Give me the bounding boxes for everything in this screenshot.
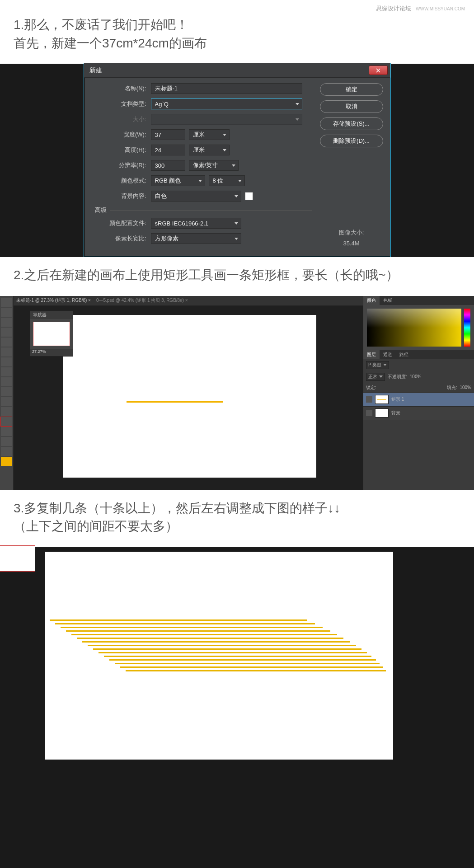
doctype-value: Ag`Q bbox=[155, 101, 169, 108]
document-tab[interactable]: 0—5.psd @ 42.4% (矩形 1 拷贝 3, RGB/8#) × bbox=[96, 297, 188, 304]
chevron-down-icon bbox=[235, 222, 238, 225]
step3-line1: 3.多复制几条（十条以上），然后左右调整成下图的样子↓↓ bbox=[14, 499, 460, 518]
resolution-input[interactable]: 300 bbox=[151, 160, 185, 171]
width-unit-select[interactable]: 厘米 bbox=[189, 129, 230, 140]
layer-filter-label: P 类型 bbox=[368, 362, 381, 368]
step1-line2: 首先，新建一个37cm*24cm的画布 bbox=[14, 34, 460, 53]
height-value: 24 bbox=[155, 147, 161, 154]
chevron-down-icon bbox=[379, 375, 383, 378]
resolution-unit-select[interactable]: 像素/英寸 bbox=[189, 160, 239, 171]
bgcontent-label: 背景内容: bbox=[91, 192, 151, 200]
resolution-unit: 像素/英寸 bbox=[193, 161, 218, 169]
rectangle-shape bbox=[127, 401, 223, 403]
tool-icon[interactable] bbox=[1, 318, 12, 327]
tool-icon[interactable] bbox=[1, 377, 12, 386]
delete-preset-button[interactable]: 删除预设(D)... bbox=[320, 135, 383, 147]
layer-row[interactable]: 矩形 1 bbox=[363, 393, 474, 406]
colormode-select[interactable]: RGB 颜色 bbox=[151, 175, 205, 186]
pixelratio-label: 像素长宽比: bbox=[91, 235, 151, 243]
resolution-value: 300 bbox=[155, 162, 165, 169]
tool-icon[interactable] bbox=[1, 427, 12, 436]
rectangle-tool-icon[interactable] bbox=[1, 417, 12, 426]
step3-line2: （上下之间的间距不要太多） bbox=[14, 517, 460, 536]
chevron-down-icon bbox=[296, 103, 299, 105]
fill-value: 100% bbox=[460, 385, 471, 390]
document-tab[interactable]: 未标题-1 @ 27.3% (矩形 1, RGB/8) × bbox=[16, 297, 91, 304]
foreground-color-swatch[interactable] bbox=[1, 457, 12, 466]
canvas[interactable] bbox=[63, 315, 316, 478]
tab-layers[interactable]: 图层 bbox=[363, 350, 380, 359]
color-field[interactable] bbox=[367, 309, 461, 347]
chevron-down-icon bbox=[232, 164, 235, 167]
image-size-label: 图像大小: bbox=[320, 227, 383, 238]
size-label: 大小: bbox=[91, 115, 151, 123]
opacity-label: 不透明度: bbox=[388, 374, 407, 380]
tool-icon[interactable] bbox=[1, 357, 12, 366]
size-select bbox=[151, 114, 302, 125]
bgcontent-select[interactable]: 白色 bbox=[151, 191, 241, 202]
layer-row[interactable]: 背景 bbox=[363, 406, 474, 420]
step3-text: 3.多复制几条（十条以上），然后左右调整成下图的样子↓↓ （上下之间的间距不要太… bbox=[0, 490, 474, 547]
layer-thumbnail bbox=[375, 408, 389, 418]
tool-icon[interactable] bbox=[1, 387, 12, 396]
color-panel-tabs: 颜色 色板 bbox=[363, 296, 474, 305]
save-preset-button[interactable]: 存储预设(S)... bbox=[320, 117, 383, 130]
close-button[interactable] bbox=[369, 66, 388, 75]
tab-swatches[interactable]: 色板 bbox=[380, 296, 396, 305]
watermark: 思缘设计论坛 WWW.MISSYUAN.COM bbox=[376, 5, 465, 13]
cancel-button[interactable]: 取消 bbox=[320, 100, 383, 113]
tool-icon[interactable] bbox=[1, 298, 12, 307]
tool-icon[interactable] bbox=[1, 407, 12, 416]
bitdepth-select[interactable]: 8 位 bbox=[209, 175, 245, 186]
visibility-icon[interactable] bbox=[366, 410, 372, 416]
divider bbox=[110, 210, 312, 211]
hue-slider[interactable] bbox=[464, 309, 470, 347]
navigator-panel[interactable]: 导航器 27.27% bbox=[30, 310, 73, 357]
ok-button[interactable]: 确定 bbox=[320, 83, 383, 96]
colormode-value: RGB 颜色 bbox=[155, 177, 181, 185]
ok-label: 确定 bbox=[346, 85, 357, 94]
name-input[interactable]: 未标题-1 bbox=[151, 83, 302, 94]
tool-icon[interactable] bbox=[1, 328, 12, 337]
height-input[interactable]: 24 bbox=[151, 145, 185, 155]
dialog-titlebar: 新建 bbox=[84, 63, 390, 78]
tab-paths[interactable]: 路径 bbox=[396, 350, 412, 359]
bitdepth-value: 8 位 bbox=[213, 177, 224, 185]
color-picker-panel[interactable] bbox=[363, 305, 474, 350]
bgcontent-value: 白色 bbox=[155, 192, 167, 200]
layer-filter-select[interactable]: P 类型 bbox=[366, 361, 389, 369]
bgcolor-swatch[interactable] bbox=[245, 192, 253, 200]
width-unit: 厘米 bbox=[193, 131, 205, 139]
height-label: 高度(H): bbox=[91, 146, 151, 154]
tool-icon[interactable] bbox=[1, 397, 12, 406]
fill-label: 填充: bbox=[447, 385, 457, 391]
pixelratio-select[interactable]: 方形像素 bbox=[151, 233, 241, 244]
doctype-label: 文档类型: bbox=[91, 100, 151, 108]
tool-icon[interactable] bbox=[1, 447, 12, 456]
height-unit: 厘米 bbox=[193, 146, 205, 154]
profile-select[interactable]: sRGB IEC61966-2.1 bbox=[151, 218, 241, 229]
width-input[interactable]: 37 bbox=[151, 129, 185, 140]
visibility-icon[interactable] bbox=[366, 396, 372, 403]
navigator-thumbnail[interactable] bbox=[33, 322, 70, 346]
height-unit-select[interactable]: 厘米 bbox=[189, 145, 230, 155]
canvas bbox=[45, 552, 393, 760]
pixelratio-value: 方形像素 bbox=[155, 235, 178, 243]
tool-icon[interactable] bbox=[1, 308, 12, 317]
resolution-label: 分辨率(R): bbox=[91, 161, 151, 169]
document-tabbar: 未标题-1 @ 27.3% (矩形 1, RGB/8) × 0—5.psd @ … bbox=[14, 296, 363, 306]
width-value: 37 bbox=[155, 131, 161, 138]
tab-channels[interactable]: 通道 bbox=[380, 350, 396, 359]
blendmode-select[interactable]: 正常 bbox=[366, 373, 385, 381]
tab-color[interactable]: 颜色 bbox=[363, 296, 380, 305]
tool-icon[interactable] bbox=[1, 338, 12, 347]
tool-icon[interactable] bbox=[1, 437, 12, 446]
layer-thumbnail bbox=[375, 395, 389, 404]
chevron-down-icon bbox=[238, 180, 242, 182]
width-label: 宽度(W): bbox=[91, 131, 151, 139]
navigator-zoom: 27.27% bbox=[30, 349, 73, 356]
profile-label: 颜色配置文件: bbox=[91, 219, 151, 227]
doctype-select[interactable]: Ag`Q bbox=[151, 99, 302, 109]
tool-icon[interactable] bbox=[1, 367, 12, 376]
tool-icon[interactable] bbox=[1, 347, 12, 357]
